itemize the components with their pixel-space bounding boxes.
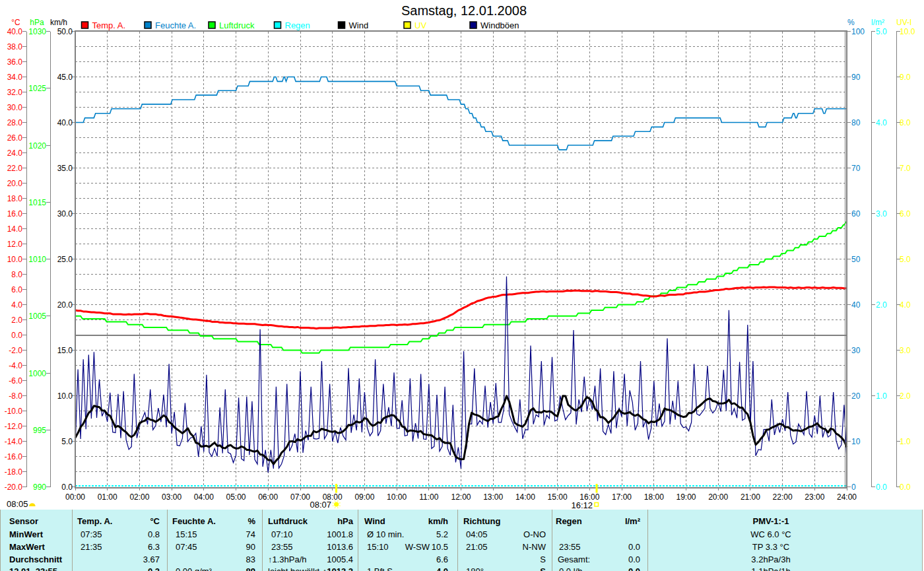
- svg-text:60: 60: [851, 209, 861, 218]
- svg-text:2.0: 2.0: [11, 316, 22, 325]
- svg-text:4.0: 4.0: [876, 118, 887, 127]
- svg-text:24.0: 24.0: [7, 149, 23, 158]
- svg-text:07:00: 07:00: [290, 492, 310, 502]
- svg-text:10.0: 10.0: [57, 391, 73, 401]
- svg-text:30.0: 30.0: [7, 103, 23, 112]
- svg-text:km/h: km/h: [428, 516, 448, 526]
- svg-text:Gesamt:: Gesamt:: [558, 554, 590, 564]
- svg-text:N-NW: N-NW: [523, 542, 546, 552]
- svg-text:Feuchte A.: Feuchte A.: [155, 20, 196, 30]
- svg-text:26.0: 26.0: [7, 133, 23, 143]
- svg-text:5.0: 5.0: [61, 437, 73, 446]
- svg-text:3.0: 3.0: [876, 209, 887, 218]
- svg-text:7.0: 7.0: [900, 164, 911, 173]
- svg-text:8.0: 8.0: [11, 270, 22, 279]
- svg-text:°C: °C: [150, 516, 160, 526]
- svg-text:14.0: 14.0: [7, 224, 23, 234]
- svg-text:40: 40: [851, 300, 861, 310]
- svg-text:13:00: 13:00: [483, 492, 503, 502]
- svg-text:12.01. 23:55: 12.01. 23:55: [9, 566, 57, 571]
- svg-text:6.6: 6.6: [436, 554, 448, 564]
- svg-text:-4.0: -4.0: [9, 361, 22, 370]
- svg-text:Samstag, 12.01.2008: Samstag, 12.01.2008: [401, 3, 527, 18]
- svg-text:21:00: 21:00: [741, 492, 760, 502]
- svg-text:00:00: 00:00: [65, 492, 85, 502]
- svg-text:1 Bft S: 1 Bft S: [367, 566, 393, 571]
- svg-text:hPa: hPa: [337, 516, 354, 526]
- svg-text:Temp. A.: Temp. A.: [77, 516, 112, 526]
- svg-text:TP 3.3 °C: TP 3.3 °C: [752, 542, 789, 552]
- svg-text:0.0: 0.0: [876, 483, 887, 492]
- svg-text:8.0: 8.0: [900, 118, 911, 127]
- svg-text:1.0: 1.0: [876, 391, 887, 401]
- svg-text:89: 89: [246, 566, 255, 571]
- svg-text:0: 0: [851, 483, 856, 492]
- svg-text:-2.0: -2.0: [9, 346, 22, 355]
- svg-text:1020: 1020: [28, 141, 46, 151]
- svg-text:16:12: 16:12: [571, 500, 593, 510]
- svg-text:Windböen: Windböen: [480, 20, 519, 30]
- svg-text:MaxWert: MaxWert: [9, 542, 46, 552]
- svg-text:35.0: 35.0: [57, 164, 73, 173]
- svg-text:W-SW: W-SW: [405, 542, 430, 552]
- svg-text:10.0: 10.0: [900, 27, 915, 36]
- svg-text:4.0: 4.0: [436, 566, 448, 571]
- svg-text:38.0: 38.0: [7, 42, 23, 51]
- svg-text:01:00: 01:00: [98, 492, 117, 502]
- svg-text:20.0: 20.0: [57, 300, 73, 310]
- svg-text:50.0: 50.0: [57, 27, 73, 36]
- svg-text:6.0: 6.0: [900, 209, 911, 218]
- svg-text:1030: 1030: [28, 27, 46, 36]
- svg-text:S: S: [540, 554, 546, 564]
- svg-text:995: 995: [33, 426, 46, 435]
- svg-text:-20.0: -20.0: [5, 483, 23, 492]
- svg-text:-12.0: -12.0: [5, 422, 23, 431]
- svg-text:12:00: 12:00: [451, 492, 471, 502]
- svg-text:30.0: 30.0: [57, 209, 73, 218]
- svg-text:3.67: 3.67: [143, 554, 160, 564]
- svg-text:Wind: Wind: [349, 20, 369, 30]
- svg-text:-16.0: -16.0: [5, 452, 23, 461]
- svg-text:14:00: 14:00: [515, 492, 535, 502]
- svg-text:22.0: 22.0: [7, 164, 23, 173]
- svg-text:3.2hPa/3h: 3.2hPa/3h: [751, 554, 790, 564]
- svg-text:UV: UV: [414, 20, 426, 30]
- svg-text:0.0: 0.0: [628, 566, 640, 571]
- svg-text:70: 70: [851, 164, 861, 173]
- svg-text:07:45: 07:45: [176, 542, 197, 552]
- svg-text:08:07: 08:07: [310, 500, 331, 510]
- svg-text:1000: 1000: [28, 369, 46, 378]
- svg-text:19:00: 19:00: [676, 492, 696, 502]
- svg-text:Sensor: Sensor: [9, 516, 38, 526]
- svg-text:30: 30: [851, 346, 861, 355]
- svg-text:1001.8: 1001.8: [327, 529, 353, 539]
- svg-text:Feuchte A.: Feuchte A.: [172, 516, 216, 526]
- svg-text:leicht bewölkt: leicht bewölkt: [268, 566, 319, 571]
- svg-text:Wind: Wind: [364, 516, 385, 526]
- svg-text:WC 6.0 °C: WC 6.0 °C: [750, 529, 791, 539]
- svg-text:06:00: 06:00: [258, 492, 278, 502]
- svg-text:Luftdruck: Luftdruck: [219, 20, 255, 30]
- svg-text:15:10: 15:10: [367, 542, 389, 552]
- svg-text:22:00: 22:00: [773, 492, 793, 502]
- svg-text:23:55: 23:55: [271, 542, 293, 552]
- svg-text:MinWert: MinWert: [9, 529, 44, 539]
- svg-text:PMV-1:-1: PMV-1:-1: [753, 516, 789, 526]
- svg-text:5.0: 5.0: [900, 255, 911, 264]
- svg-text:↑1013.2: ↑1013.2: [323, 566, 353, 571]
- svg-text:12.0: 12.0: [7, 240, 23, 249]
- svg-text:40.0: 40.0: [57, 118, 73, 127]
- svg-text:80: 80: [851, 118, 861, 127]
- svg-text:74: 74: [246, 529, 255, 539]
- svg-text:40.0: 40.0: [7, 27, 23, 36]
- svg-text:1010: 1010: [28, 255, 46, 264]
- svg-text:10: 10: [851, 437, 861, 446]
- svg-text:Temp. A.: Temp. A.: [92, 20, 126, 30]
- svg-text:10.0: 10.0: [7, 255, 23, 264]
- svg-text:04:05: 04:05: [466, 529, 488, 539]
- svg-text:0.00 g/m³: 0.00 g/m³: [176, 566, 213, 571]
- svg-text:18:00: 18:00: [644, 492, 664, 502]
- svg-text:10:00: 10:00: [387, 492, 407, 502]
- svg-text:21:05: 21:05: [466, 542, 488, 552]
- svg-text:90: 90: [851, 73, 861, 82]
